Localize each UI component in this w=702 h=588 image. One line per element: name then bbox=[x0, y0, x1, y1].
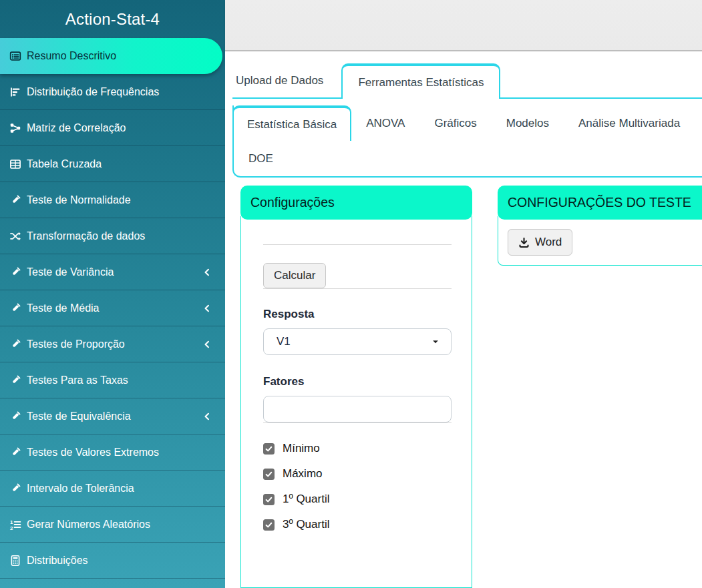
list-ol-icon: 12 bbox=[9, 518, 21, 531]
calculator-icon bbox=[9, 554, 21, 567]
test-config-panel: CONFIGURAÇÕES DO TESTE Word bbox=[498, 186, 702, 266]
bar-chart-icon bbox=[9, 85, 21, 98]
word-button-label: Word bbox=[535, 236, 562, 249]
sidebar-item-label: Teste de Normalidade bbox=[27, 194, 131, 206]
config-panel: Configurações Calcular Resposta V1 Fator… bbox=[240, 186, 472, 588]
sidebar-item-label: Testes de Proporção bbox=[27, 338, 125, 350]
checkbox-3-quartil[interactable] bbox=[263, 519, 275, 531]
sub-tabs-container: Estatística BásicaANOVAGráficosModelosAn… bbox=[232, 105, 702, 178]
sidebar-item-label: Testes Para as Taxas bbox=[27, 374, 128, 386]
content-area: Upload de DadosFerramentas Estatísticas … bbox=[225, 51, 702, 588]
sidebar-item-tabela-cruzada[interactable]: Tabela Cruzada bbox=[0, 146, 225, 182]
sidebar-item-label: Distribuição de Frequências bbox=[27, 86, 159, 98]
panels: Configurações Calcular Resposta V1 Fator… bbox=[240, 186, 702, 588]
sidebar-item-matriz-de-correlacao[interactable]: Matriz de Correlação bbox=[0, 110, 225, 146]
divider bbox=[263, 422, 452, 423]
main-tabs: Upload de DadosFerramentas Estatísticas bbox=[232, 63, 702, 99]
checkbox-row-1-quartil[interactable]: 1º Quartil bbox=[263, 493, 452, 506]
resposta-select-value: V1 bbox=[277, 335, 291, 348]
sidebar-item-distribuicoes[interactable]: Distribuições bbox=[0, 543, 225, 579]
sidebar-item-resumo-descritivo[interactable]: Resumo Descritivo bbox=[0, 38, 222, 74]
sidebar-menu: Resumo DescritivoDistribuição de Frequên… bbox=[0, 38, 225, 579]
sidebar-item-label: Testes de Valores Extremos bbox=[27, 447, 159, 459]
chevron-left-icon bbox=[202, 412, 212, 421]
sidebar-item-label: Teste de Equivalência bbox=[27, 410, 131, 422]
sidebar-item-gerar-numeros-aleatorios[interactable]: 12Gerar Números Aleatórios bbox=[0, 507, 225, 543]
vial-icon bbox=[9, 446, 21, 459]
sidebar-item-testes-de-valores-extremos[interactable]: Testes de Valores Extremos bbox=[0, 434, 225, 471]
config-panel-header: Configurações bbox=[240, 186, 472, 220]
sidebar-item-teste-de-equivalencia[interactable]: Teste de Equivalência bbox=[0, 398, 225, 434]
app-title: Action-Stat-4 bbox=[0, 0, 225, 38]
download-icon bbox=[518, 237, 530, 248]
checkbox-row-maximo[interactable]: Máximo bbox=[263, 467, 452, 481]
chevron-left-icon bbox=[202, 340, 212, 349]
sidebar-item-teste-de-variancia[interactable]: Teste de Variância bbox=[0, 254, 225, 290]
sidebar-item-label: Matriz de Correlação bbox=[27, 122, 126, 134]
svg-text:2: 2 bbox=[10, 525, 13, 531]
sidebar-item-distribuicao-de-frequencias[interactable]: Distribuição de Frequências bbox=[0, 74, 225, 110]
calculate-button[interactable]: Calcular bbox=[263, 263, 326, 288]
test-config-panel-body: Word bbox=[498, 216, 702, 266]
sidebar-item-label: Distribuições bbox=[27, 555, 88, 567]
divider bbox=[263, 288, 452, 289]
sidebar-item-label: Tabela Cruzada bbox=[27, 158, 102, 170]
main-area: Upload de DadosFerramentas Estatísticas … bbox=[225, 0, 702, 588]
config-panel-body: Calcular Resposta V1 Fatores MínimoMáxim… bbox=[240, 216, 472, 588]
shuffle-icon bbox=[9, 230, 21, 242]
vial-icon bbox=[9, 374, 21, 386]
sidebar-item-label: Intervalo de Tolerância bbox=[27, 483, 134, 495]
sidebar-item-teste-de-normalidade[interactable]: Teste de Normalidade bbox=[0, 182, 225, 218]
checkbox-row-minimo[interactable]: Mínimo bbox=[263, 442, 452, 455]
test-config-panel-title: CONFIGURAÇÕES DO TESTE bbox=[508, 195, 691, 210]
fatores-label: Fatores bbox=[263, 375, 452, 388]
subtab-analise-multivariada[interactable]: Análise Multivariada bbox=[564, 105, 695, 141]
divider bbox=[263, 244, 452, 245]
checkbox-label: 1º Quartil bbox=[283, 493, 329, 506]
checkbox-label: Mínimo bbox=[283, 442, 320, 455]
sidebar-item-teste-de-media[interactable]: Teste de Média bbox=[0, 290, 225, 326]
checkbox-row-3-quartil[interactable]: 3º Quartil bbox=[263, 518, 452, 531]
sidebar-item-testes-de-proporcao[interactable]: Testes de Proporção bbox=[0, 326, 225, 362]
sidebar-item-label: Gerar Números Aleatórios bbox=[27, 519, 150, 531]
sidebar-item-intervalo-de-tolerancia[interactable]: Intervalo de Tolerância bbox=[0, 471, 225, 507]
sidebar-item-label: Teste de Média bbox=[27, 302, 100, 314]
network-icon bbox=[9, 121, 21, 134]
vial-icon bbox=[9, 266, 21, 278]
vial-icon bbox=[9, 302, 21, 314]
tab-ferramentas-estatisticas[interactable]: Ferramentas Estatísticas bbox=[341, 63, 500, 99]
tab-upload-de-dados[interactable]: Upload de Dados bbox=[232, 63, 337, 97]
subtab-anova[interactable]: ANOVA bbox=[351, 105, 419, 141]
sidebar-item-label: Teste de Variância bbox=[27, 266, 114, 278]
sidebar-item-testes-para-as-taxas[interactable]: Testes Para as Taxas bbox=[0, 362, 225, 398]
sidebar-item-label: Resumo Descritivo bbox=[27, 50, 116, 62]
word-export-button[interactable]: Word bbox=[508, 229, 572, 256]
checkbox-minimo[interactable] bbox=[263, 443, 275, 455]
vial-icon bbox=[9, 410, 21, 422]
subtab-graficos[interactable]: Gráficos bbox=[419, 105, 491, 141]
vial-icon bbox=[9, 338, 21, 350]
chevron-left-icon bbox=[202, 304, 212, 313]
config-panel-title: Configurações bbox=[250, 195, 335, 210]
caret-down-icon bbox=[431, 337, 440, 346]
top-header-bar bbox=[225, 0, 702, 51]
chevron-left-icon bbox=[202, 268, 212, 277]
test-config-panel-header: CONFIGURAÇÕES DO TESTE bbox=[498, 186, 702, 220]
fatores-input[interactable] bbox=[263, 396, 452, 422]
checkbox-label: Máximo bbox=[283, 467, 323, 481]
checkbox-group: MínimoMáximo1º Quartil3º Quartil bbox=[263, 442, 452, 531]
subtab-modelos[interactable]: Modelos bbox=[492, 105, 564, 141]
vial-icon bbox=[9, 482, 21, 495]
app-root: Action-Stat-4 Resumo DescritivoDistribui… bbox=[0, 0, 702, 588]
sidebar-item-label: Transformação de dados bbox=[27, 230, 145, 242]
resposta-label: Resposta bbox=[263, 308, 452, 321]
subtab-estatistica-basica[interactable]: Estatística Básica bbox=[232, 105, 351, 141]
list-alt-icon bbox=[9, 49, 21, 62]
resposta-select[interactable]: V1 bbox=[263, 328, 452, 355]
subtab-doe[interactable]: DOE bbox=[234, 141, 288, 176]
checkbox-1-quartil[interactable] bbox=[263, 494, 275, 505]
sub-tabs-row-2: DOE bbox=[234, 141, 702, 176]
checkbox-maximo[interactable] bbox=[263, 469, 275, 480]
sidebar: Action-Stat-4 Resumo DescritivoDistribui… bbox=[0, 0, 225, 588]
sidebar-item-transformacao-de-dados[interactable]: Transformação de dados bbox=[0, 218, 225, 254]
